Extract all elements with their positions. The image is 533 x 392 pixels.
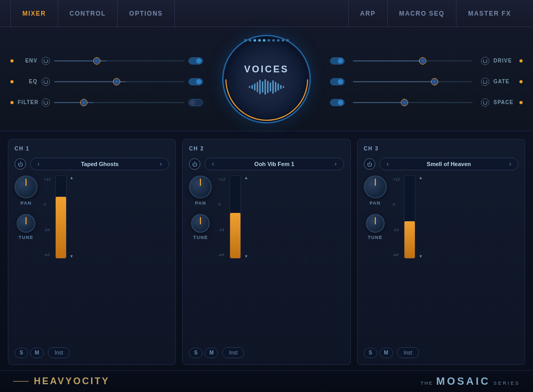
fader-mark-24-ch2: -24 (218, 227, 225, 232)
fader-arrows-ch2: ▲ ▼ (244, 175, 248, 259)
nav-tab-mixer[interactable]: MIXER (10, 0, 58, 27)
solo-btn-ch2[interactable]: S (189, 348, 202, 358)
tune-knob-ch3[interactable] (366, 214, 385, 233)
fader-fill-ch2 (230, 213, 240, 258)
space-label: SPACE (493, 99, 515, 105)
fader-up-ch3[interactable]: ▲ (418, 175, 423, 180)
mute-btn-ch3[interactable]: M (379, 348, 393, 358)
eq-power-button[interactable] (42, 78, 50, 86)
voice-dot-4 (263, 39, 265, 42)
drive-toggle[interactable] (330, 57, 345, 65)
ch-knobs-ch1: PAN TUNE (15, 175, 37, 240)
preset-next-ch2[interactable]: › (333, 160, 338, 168)
filter-toggle[interactable] (188, 99, 203, 106)
env-slider[interactable] (54, 60, 184, 61)
pan-knob-container-ch1: PAN (15, 175, 37, 206)
pan-label-ch3: PAN (370, 200, 380, 206)
ch-bottom-ch2: S M Inst (189, 347, 344, 358)
filter-slider[interactable] (54, 102, 184, 103)
wave-bar-9 (272, 80, 274, 94)
voices-title: VOICES (244, 64, 289, 75)
pan-knob-ch3[interactable] (364, 175, 387, 198)
preset-prev-ch1[interactable]: ‹ (36, 160, 41, 168)
inst-btn-ch2[interactable]: Inst (222, 347, 244, 358)
pan-knob-ch2[interactable] (189, 175, 212, 198)
fader-track-ch3[interactable] (404, 175, 415, 259)
preset-prev-ch3[interactable]: ‹ (385, 160, 390, 168)
preset-next-ch3[interactable]: › (507, 160, 513, 168)
ch-top-ch1: ‹ Taped Ghosts › (15, 158, 169, 170)
eq-label: EQ (18, 79, 37, 84)
filter-power-button[interactable] (42, 98, 50, 107)
fader-up-ch1[interactable]: ▲ (70, 175, 74, 180)
space-power-button[interactable] (481, 98, 489, 107)
mute-btn-ch1[interactable]: M (30, 348, 44, 358)
mute-btn-ch2[interactable]: M (205, 348, 218, 358)
ch-power-ch3[interactable] (364, 158, 375, 170)
nav-tab-master_fx[interactable]: MASTER FX (456, 0, 523, 27)
eq-slider[interactable] (54, 81, 184, 82)
voice-dot-0 (244, 39, 247, 42)
solo-btn-ch1[interactable]: S (15, 348, 28, 358)
fx-row-env: ENV (10, 54, 203, 68)
wave-bar-3 (257, 82, 258, 92)
nav-tab-control[interactable]: CONTROL (58, 0, 118, 27)
preset-next-ch1[interactable]: › (158, 160, 163, 168)
eq-toggle[interactable] (188, 78, 203, 85)
inst-btn-ch3[interactable]: Inst (397, 347, 419, 358)
voices-inner: VOICES (244, 64, 289, 95)
pan-knob-ch1[interactable] (15, 175, 37, 198)
nav-tab-options[interactable]: OPTIONS (118, 0, 175, 27)
fx-row-eq: EQ (10, 74, 203, 89)
preset-prev-ch2[interactable]: ‹ (210, 160, 215, 168)
env-label: ENV (18, 58, 37, 64)
inst-btn-ch1[interactable]: Inst (48, 347, 70, 358)
env-power-button[interactable] (42, 57, 50, 65)
voices-waveform (244, 79, 289, 95)
space-slider[interactable] (353, 102, 473, 103)
fader-down-ch1[interactable]: ▼ (70, 254, 74, 259)
fader-fill-ch1 (56, 197, 66, 259)
ch-controls-ch2: PAN TUNE +12 0 -24 -inf ▲ (189, 175, 344, 342)
gate-slider[interactable] (353, 81, 473, 82)
fx-row-gate: GATE (330, 74, 523, 89)
voices-wheel[interactable]: VOICES (222, 35, 311, 123)
fader-mark-24-ch3: -24 (393, 227, 400, 232)
sm-group-ch1: S M (15, 348, 44, 358)
wave-bar-13 (283, 86, 284, 88)
brand-left-line (13, 381, 29, 382)
tune-knob-ch2[interactable] (191, 214, 210, 233)
fader-down-ch3[interactable]: ▼ (418, 254, 423, 259)
wave-bar-2 (254, 83, 256, 91)
env-toggle[interactable] (188, 57, 203, 65)
wave-bar-8 (270, 82, 271, 92)
fader-track-ch2[interactable] (230, 175, 241, 259)
voice-dot-8 (282, 39, 284, 42)
ch-power-ch2[interactable] (189, 158, 200, 170)
fader-arrows-ch1: ▲ ▼ (70, 175, 74, 259)
fader-mark-0-ch3: 0 (393, 202, 400, 207)
fader-down-ch2[interactable]: ▼ (244, 254, 248, 259)
gate-power-button[interactable] (481, 78, 489, 86)
gate-toggle[interactable] (330, 78, 345, 85)
tune-knob-ch1[interactable] (17, 214, 35, 233)
fader-mark-inf-ch1: -inf (44, 252, 51, 257)
voice-dot-1 (249, 39, 251, 42)
preset-nav-ch2[interactable]: ‹ Ooh Vib Fem 1 › (205, 158, 344, 170)
fader-track-ch1[interactable] (55, 175, 67, 259)
channel-ch1: CH 1 ‹ Taped Ghosts › PAN TUNE (8, 139, 176, 365)
wave-bar-1 (251, 85, 253, 89)
fx-row-drive: DRIVE (330, 54, 523, 68)
nav-tab-arp[interactable]: ARP (348, 0, 387, 27)
space-toggle[interactable] (330, 99, 345, 106)
preset-nav-ch1[interactable]: ‹ Taped Ghosts › (30, 158, 169, 170)
drive-power-button[interactable] (481, 57, 489, 65)
fader-up-ch2[interactable]: ▲ (244, 175, 248, 180)
fader-mark-12-ch1: +12 (44, 177, 51, 182)
nav-tab-macro_seq[interactable]: MACRO SEQ (387, 0, 456, 27)
solo-btn-ch3[interactable]: S (364, 348, 377, 358)
drive-slider[interactable] (353, 60, 473, 61)
preset-nav-ch3[interactable]: ‹ Smell of Heaven › (379, 158, 518, 170)
ch-power-ch1[interactable] (15, 158, 26, 170)
drive-indicator-dot (519, 59, 523, 62)
